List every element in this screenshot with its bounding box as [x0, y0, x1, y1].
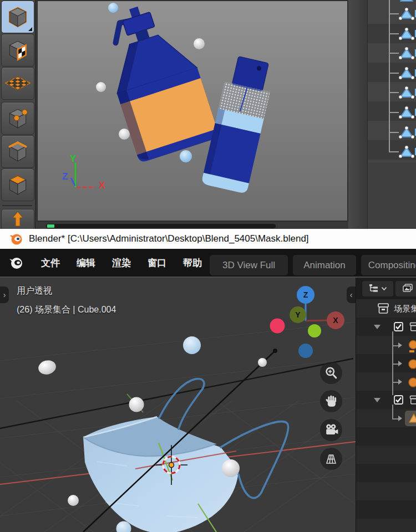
mesh-data-icon	[407, 340, 416, 353]
blender-3d-viewport[interactable]: 用户透视 (26) 场景集合 | Cube.004 › ‹ X Y	[0, 278, 356, 532]
up-arrow-button[interactable]	[1, 209, 34, 230]
array-button[interactable]	[1, 67, 34, 100]
editor-type-dropdown[interactable]	[362, 281, 393, 296]
display-mode-button[interactable]	[395, 281, 416, 296]
collection-row[interactable]	[356, 318, 416, 336]
polygon-object-icon[interactable]	[399, 47, 414, 61]
c4d-timeline[interactable]	[46, 224, 276, 228]
flyout-corner	[28, 27, 32, 31]
c4d-axis-gizmo: Y Z X	[62, 154, 105, 191]
outliner-header	[356, 278, 416, 299]
polygon-object-icon[interactable]	[399, 7, 414, 22]
object-row[interactable]	[356, 355, 416, 373]
window-title: Blender* [C:\Users\Administrator\Desktop…	[29, 233, 309, 244]
scene-collection-label: 场景集合	[394, 304, 416, 314]
outliner-panel: 场景集合	[356, 278, 416, 532]
checkbox-checked-icon[interactable]	[394, 395, 403, 405]
selected-object-row[interactable]	[356, 410, 416, 428]
toolbar-expand-arrow[interactable]: ›	[0, 287, 9, 303]
collection-icon	[409, 395, 416, 406]
camera-view-button[interactable]	[320, 419, 342, 441]
collection-breadcrumb: (26) 场景集合 | Cube.004	[17, 304, 116, 316]
c4d-viewport[interactable]: Y Z X	[37, 0, 348, 222]
window-title-bar[interactable]: Blender* [C:\Users\Administrator\Desktop…	[0, 229, 416, 249]
scene-collection-row[interactable]: 场景集合	[356, 300, 416, 318]
polygon-object-icon[interactable]	[399, 0, 414, 4]
toggle-ortho-button[interactable]	[320, 448, 342, 470]
edges-mode-button[interactable]	[1, 135, 34, 168]
mesh-data-icon	[407, 359, 416, 370]
tab-3d-view-full[interactable]: 3D View Full	[210, 255, 288, 275]
screenshot-root: Y Z X	[0, 0, 416, 532]
checkbox-checked-icon[interactable]	[394, 322, 403, 331]
navigation-gizmo[interactable]: X Y Z	[266, 280, 355, 364]
c4d-left-toolbar	[0, 0, 36, 229]
polygon-object-icon[interactable]	[399, 66, 414, 81]
collection-row[interactable]	[356, 391, 416, 410]
svg-text:X: X	[333, 316, 338, 325]
mask-model	[83, 417, 239, 532]
image-stack-icon	[402, 283, 414, 294]
sphere	[180, 150, 192, 162]
axis-y-label: Y	[70, 154, 77, 164]
sphere	[96, 82, 106, 92]
c4d-bottom-strip	[37, 222, 348, 229]
menu-help[interactable]: 帮助	[183, 257, 202, 269]
polygon-object-icon[interactable]	[399, 145, 414, 160]
blender-main-area: 用户透视 (26) 场景集合 | Cube.004 › ‹ X Y	[0, 277, 416, 532]
disclosure-triangle-icon[interactable]	[374, 398, 381, 402]
gizmo-z[interactable]: Z	[297, 286, 314, 304]
outliner-tree: 场景集合	[356, 299, 416, 532]
chevron-down-icon	[381, 287, 387, 291]
array-grid-icon	[5, 71, 31, 96]
points-mode-cube-icon	[5, 106, 31, 131]
zoom-view-button[interactable]	[320, 362, 342, 384]
polygon-object-icon[interactable]	[399, 106, 414, 120]
menu-window[interactable]: 窗口	[148, 257, 166, 269]
texture-checker-cube-icon	[5, 38, 31, 63]
perspective-grid-icon	[323, 451, 339, 467]
polygon-object-icon[interactable]	[399, 27, 414, 42]
subdivision-surface-button[interactable]	[1, 1, 34, 33]
object-row[interactable]	[356, 373, 416, 391]
blender-app-menu-icon[interactable]	[8, 254, 24, 271]
sphere	[194, 38, 205, 49]
polygon-object-icon[interactable]	[399, 126, 414, 140]
tab-animation[interactable]: Animation	[293, 255, 356, 275]
toolbar-separator	[2, 205, 32, 206]
magnifier-plus-icon	[323, 365, 339, 381]
menu-edit[interactable]: 编辑	[77, 257, 95, 269]
texture-button[interactable]	[1, 34, 34, 66]
menu-file[interactable]: 文件	[41, 257, 60, 269]
pump-bottle-model	[93, 1, 220, 163]
blender-logo-icon	[9, 232, 23, 246]
c4d-scene: Y Z X	[38, 1, 347, 221]
edges-mode-cube-icon	[5, 139, 31, 165]
collection-icon	[409, 321, 416, 332]
points-mode-button[interactable]	[1, 102, 34, 135]
gizmo-neg-z[interactable]	[298, 344, 313, 358]
axis-x-label: X	[99, 180, 105, 191]
gizmo-neg-y[interactable]	[308, 324, 321, 337]
svg-text:Y: Y	[295, 310, 301, 319]
gizmo-y[interactable]: Y	[290, 306, 306, 323]
polygon-object-icon[interactable]	[399, 86, 414, 100]
timeline-marker[interactable]	[47, 224, 54, 228]
active-mesh-icon	[408, 412, 416, 424]
subdivision-surface-cube-icon	[5, 4, 31, 30]
polygons-mode-button[interactable]	[1, 168, 34, 201]
menu-render[interactable]: 渲染	[112, 257, 131, 269]
svg-text:Z: Z	[303, 290, 308, 299]
disclosure-triangle-icon[interactable]	[374, 325, 381, 329]
pan-view-button[interactable]	[320, 390, 342, 412]
tree-line	[389, 0, 390, 152]
sphere	[108, 3, 118, 13]
object-row[interactable]	[356, 336, 416, 355]
outliner-editor-icon	[368, 284, 379, 294]
polygons-mode-cube-icon	[5, 172, 31, 198]
gizmo-x[interactable]: X	[327, 311, 344, 329]
scene-collection-icon	[377, 302, 390, 315]
mesh-data-icon	[407, 377, 416, 388]
gizmo-neg-x[interactable]	[270, 319, 285, 334]
tab-compositing[interactable]: Compositing	[361, 255, 416, 275]
